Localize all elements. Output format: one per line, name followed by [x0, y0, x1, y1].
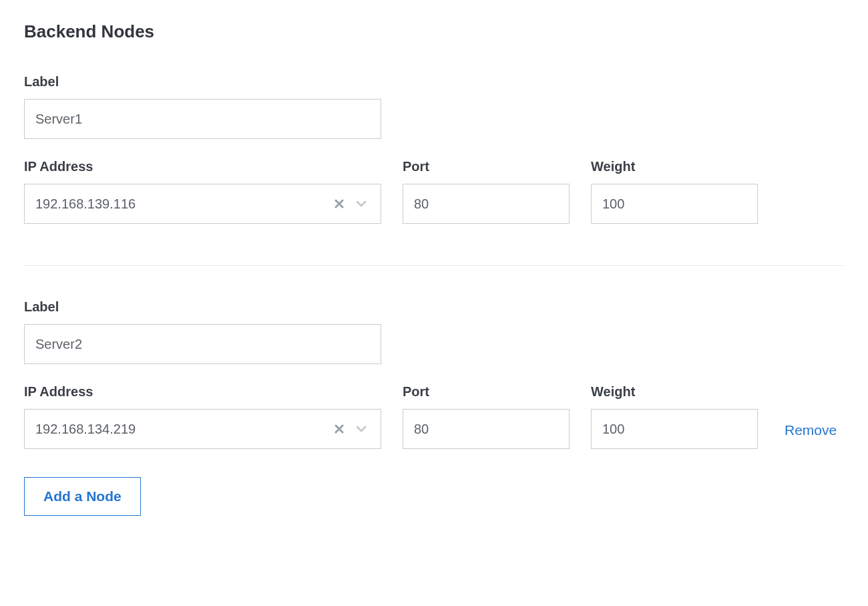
weight-input[interactable]	[591, 184, 758, 224]
weight-field-label: Weight	[591, 159, 758, 174]
chevron-down-icon[interactable]	[353, 420, 370, 438]
port-field-group: Port	[403, 159, 570, 224]
ip-address-select[interactable]: 192.168.134.219	[24, 409, 381, 449]
node-block: Label IP Address 192.168.134.219	[24, 299, 844, 477]
node-row: IP Address 192.168.134.219	[24, 384, 844, 449]
node-divider	[24, 265, 844, 266]
node-row: IP Address 192.168.139.116	[24, 159, 844, 224]
port-field-group: Port	[403, 384, 570, 449]
ip-address-value: 192.168.134.219	[35, 422, 331, 437]
weight-field-label: Weight	[591, 384, 758, 400]
label-field-group: Label	[24, 299, 844, 364]
clear-icon[interactable]	[331, 421, 347, 437]
remove-node-button[interactable]: Remove	[779, 422, 837, 449]
label-field-label: Label	[24, 299, 844, 315]
label-input[interactable]	[24, 99, 381, 139]
label-field-label: Label	[24, 74, 844, 90]
weight-field-group: Weight	[591, 159, 758, 224]
ip-field-group: IP Address 192.168.139.116	[24, 159, 381, 224]
port-input[interactable]	[403, 184, 570, 224]
weight-input[interactable]	[591, 409, 758, 449]
port-field-label: Port	[403, 384, 570, 400]
ip-field-group: IP Address 192.168.134.219	[24, 384, 381, 449]
ip-address-select[interactable]: 192.168.139.116	[24, 184, 381, 224]
port-field-label: Port	[403, 159, 570, 174]
chevron-down-icon[interactable]	[353, 195, 370, 212]
port-input[interactable]	[403, 409, 570, 449]
ip-address-value: 192.168.139.116	[35, 196, 331, 212]
clear-icon[interactable]	[331, 196, 347, 212]
label-field-group: Label	[24, 74, 844, 139]
ip-select-icons	[331, 420, 370, 438]
node-block: Label IP Address 192.168.139.116	[24, 74, 844, 265]
add-node-button[interactable]: Add a Node	[24, 477, 141, 516]
ip-field-label: IP Address	[24, 384, 381, 400]
ip-field-label: IP Address	[24, 159, 381, 174]
label-input[interactable]	[24, 324, 381, 364]
ip-select-icons	[331, 195, 370, 212]
section-title: Backend Nodes	[24, 21, 844, 42]
weight-field-group: Weight	[591, 384, 758, 449]
